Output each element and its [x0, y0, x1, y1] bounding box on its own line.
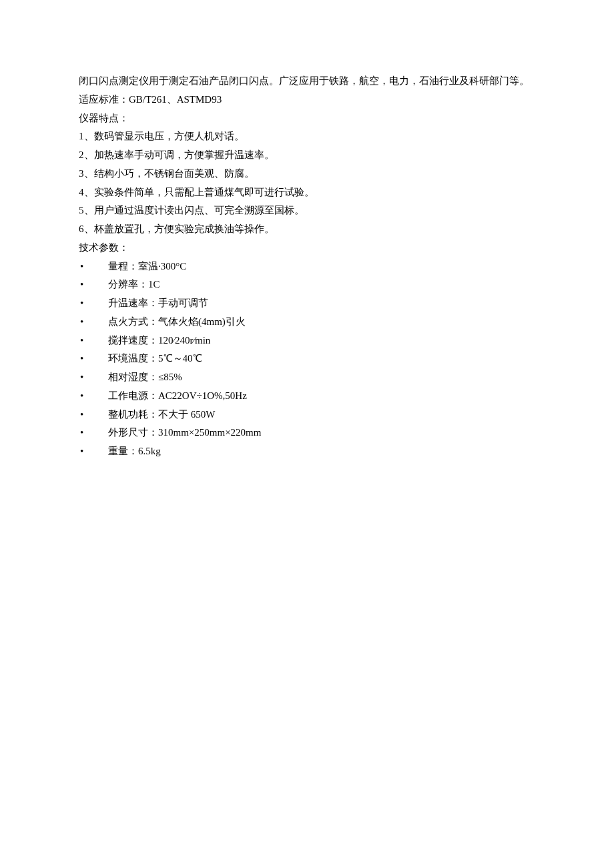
spec-item: 分辨率：1C: [79, 276, 535, 294]
spec-text: 分辨率：1C: [108, 279, 160, 290]
spec-text: 量程：室温·300°C: [108, 261, 186, 272]
intro-text: 闭口闪点测定仪用于测定石油产品闭口闪点。广泛应用于铁路，航空，电力，石油行业及科…: [79, 75, 529, 86]
spec-item: 工作电源：AC22OV÷1O%,50Hz: [79, 387, 535, 406]
feature-item-2: 2、加热速率手动可调，方便掌握升温速率。: [79, 146, 535, 165]
spec-text: 搅拌速度：120⁄240r⁄min: [108, 335, 210, 346]
spec-item: 量程：室温·300°C: [79, 258, 535, 276]
spec-text: 重量：6.5kg: [108, 446, 161, 456]
spec-text: 升温速率：手动可调节: [108, 298, 208, 308]
spec-text: 外形尺寸：310mm×250mm×220mm: [108, 427, 261, 438]
feature-item-1: 1、数码管显示电压，方便人机对话。: [79, 127, 535, 146]
features-title: 仪器特点：: [79, 109, 535, 128]
spec-item: 环境温度：5℃～40℃: [79, 350, 535, 368]
spec-item: 点火方式：气体火焰(4mm)引火: [79, 313, 535, 332]
spec-text: 整机功耗：不大于 650W: [108, 409, 215, 420]
spec-item: 升温速率：手动可调节: [79, 294, 535, 313]
spec-text: 工作电源：AC22OV÷1O%,50Hz: [108, 390, 247, 401]
spec-item: 重量：6.5kg: [79, 442, 535, 461]
feature-item-3: 3、结构小巧，不锈钢台面美观、防腐。: [79, 165, 535, 183]
feature-item-6: 6、杯盖放置孔，方便实验完成换油等操作。: [79, 220, 535, 239]
spec-text: 点火方式：气体火焰(4mm)引火: [108, 316, 246, 327]
spec-text: 环境温度：5℃～40℃: [108, 353, 202, 364]
feature-item-5: 5、用户通过温度计读出闪点、可完全溯源至国标。: [79, 201, 535, 220]
spec-item: 搅拌速度：120⁄240r⁄min: [79, 332, 535, 350]
specs-title: 技术参数：: [79, 239, 535, 258]
spec-item: 相对湿度：≤85%: [79, 368, 535, 387]
specs-list: 量程：室温·300°C 分辨率：1C 升温速率：手动可调节 点火方式：气体火焰(…: [79, 258, 535, 461]
spec-text: 相对湿度：≤85%: [108, 372, 182, 382]
feature-item-4: 4、实验条件简单，只需配上普通煤气即可进行试验。: [79, 183, 535, 202]
document-content: 闭口闪点测定仪用于测定石油产品闭口闪点。广泛应用于铁路，航空，电力，石油行业及科…: [79, 72, 535, 461]
spec-item: 外形尺寸：310mm×250mm×220mm: [79, 424, 535, 442]
standard-line: 适应标准：GB/T261、ASTMD93: [79, 91, 535, 109]
spec-item: 整机功耗：不大于 650W: [79, 406, 535, 424]
